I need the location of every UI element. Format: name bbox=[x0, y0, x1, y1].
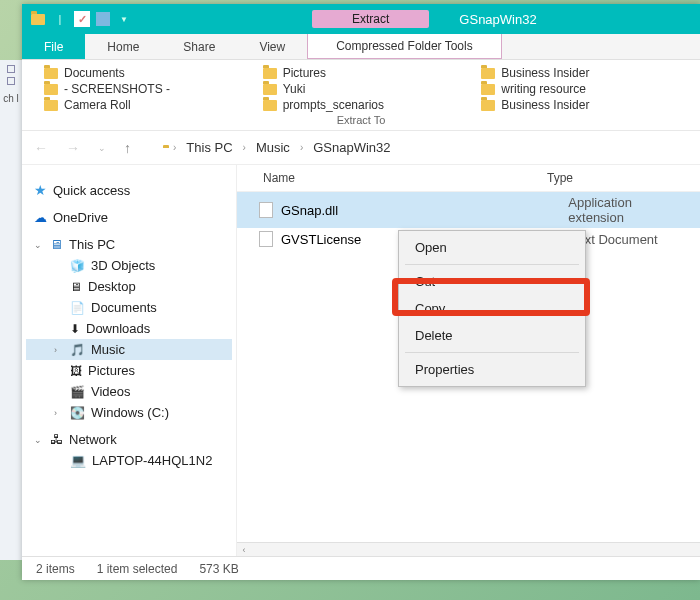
qat-separator: | bbox=[52, 11, 68, 27]
extract-target-folder[interactable]: Camera Roll bbox=[44, 98, 253, 112]
folder-icon bbox=[263, 84, 277, 95]
folder-icon bbox=[44, 68, 58, 79]
new-item-icon[interactable] bbox=[96, 12, 110, 26]
tree-onedrive[interactable]: ☁OneDrive bbox=[26, 207, 232, 228]
network-icon: 🖧 bbox=[50, 432, 63, 447]
folder-icon bbox=[30, 11, 46, 27]
forward-button[interactable]: → bbox=[62, 138, 84, 158]
recent-dropdown-icon[interactable]: ⌄ bbox=[94, 141, 110, 155]
tree-label: 3D Objects bbox=[91, 258, 155, 273]
tree-label: Videos bbox=[91, 384, 131, 399]
extract-target-folder[interactable]: Yuki bbox=[263, 82, 472, 96]
tree-network[interactable]: ⌄🖧Network bbox=[26, 429, 232, 450]
folder-label: Business Insider bbox=[501, 66, 589, 80]
tree-item[interactable]: 🖥Desktop bbox=[26, 276, 232, 297]
tree-label: Windows (C:) bbox=[91, 405, 169, 420]
window-title: GSnapWin32 bbox=[459, 12, 536, 27]
folder-icon bbox=[44, 100, 58, 111]
column-headers[interactable]: Name Type bbox=[237, 165, 700, 192]
explorer-window: | ✓ ▼ Extract GSnapWin32 File Home Share… bbox=[22, 4, 700, 580]
tab-home[interactable]: Home bbox=[85, 34, 161, 59]
file-row[interactable]: GSnap.dllApplication extension bbox=[237, 192, 700, 228]
tree-item-icon: 🎵 bbox=[70, 343, 85, 357]
breadcrumb-this-pc[interactable]: This PC bbox=[186, 140, 232, 155]
menu-item-properties[interactable]: Properties bbox=[399, 356, 585, 383]
tree-item[interactable]: ⬇Downloads bbox=[26, 318, 232, 339]
tree-label: Music bbox=[91, 342, 125, 357]
tree-item[interactable]: ›💽Windows (C:) bbox=[26, 402, 232, 423]
file-icon bbox=[259, 231, 273, 247]
folder-icon bbox=[263, 100, 277, 111]
tab-share[interactable]: Share bbox=[161, 34, 237, 59]
left-strip-text: ch l bbox=[0, 93, 22, 104]
checkmark-icon[interactable]: ✓ bbox=[74, 11, 90, 27]
tab-file[interactable]: File bbox=[22, 34, 85, 59]
tree-item[interactable]: 🎬Videos bbox=[26, 381, 232, 402]
computer-icon: 💻 bbox=[70, 453, 86, 468]
breadcrumb-sep: › bbox=[300, 142, 303, 153]
tree-label: Pictures bbox=[88, 363, 135, 378]
tree-item[interactable]: ›🎵Music bbox=[26, 339, 232, 360]
tree-label: Network bbox=[69, 432, 117, 447]
chevron-down-icon: ⌄ bbox=[34, 435, 44, 445]
contextual-tab-label: Extract bbox=[312, 10, 429, 28]
titlebar: | ✓ ▼ Extract GSnapWin32 bbox=[22, 4, 700, 34]
nav-tree: ★Quick access ☁OneDrive ⌄🖥This PC 🧊3D Ob… bbox=[22, 165, 237, 556]
folder-icon bbox=[481, 68, 495, 79]
tree-item[interactable]: 🖼Pictures bbox=[26, 360, 232, 381]
scroll-left-icon[interactable]: ‹ bbox=[237, 545, 251, 555]
folder-label: writing resource bbox=[501, 82, 586, 96]
col-name[interactable]: Name bbox=[247, 171, 547, 185]
folder-label: Documents bbox=[64, 66, 125, 80]
extract-target-folder[interactable]: - SCREENSHOTS - bbox=[44, 82, 253, 96]
extract-target-folder[interactable]: Business Insider bbox=[481, 98, 690, 112]
extract-target-folder[interactable]: Pictures bbox=[263, 66, 472, 80]
status-selection: 1 item selected bbox=[97, 562, 178, 576]
tree-label: Documents bbox=[91, 300, 157, 315]
breadcrumb-sep: › bbox=[243, 142, 246, 153]
breadcrumb-music[interactable]: Music bbox=[256, 140, 290, 155]
breadcrumb-sep: › bbox=[173, 142, 176, 153]
tree-label: Downloads bbox=[86, 321, 150, 336]
file-icon bbox=[259, 202, 273, 218]
tree-item-icon: 🧊 bbox=[70, 259, 85, 273]
tree-label: LAPTOP-44HQL1N2 bbox=[92, 453, 212, 468]
extract-target-folder[interactable]: Business Insider bbox=[481, 66, 690, 80]
back-button[interactable]: ← bbox=[30, 138, 52, 158]
tab-view[interactable]: View bbox=[237, 34, 307, 59]
chevron-right-icon: › bbox=[54, 345, 64, 355]
ribbon-tabs: File Home Share View Compressed Folder T… bbox=[22, 34, 700, 60]
folder-icon bbox=[481, 84, 495, 95]
breadcrumb-current[interactable]: GSnapWin32 bbox=[313, 140, 390, 155]
file-type: Application extension bbox=[568, 195, 690, 225]
extract-target-folder[interactable]: writing resource bbox=[481, 82, 690, 96]
status-item-count: 2 items bbox=[36, 562, 75, 576]
extract-to-band: DocumentsPicturesBusiness Insider- SCREE… bbox=[22, 60, 700, 131]
folder-label: Pictures bbox=[283, 66, 326, 80]
status-bar: 2 items 1 item selected 573 KB bbox=[22, 556, 700, 580]
tree-item-icon: 💽 bbox=[70, 406, 85, 420]
tree-label: Desktop bbox=[88, 279, 136, 294]
extract-target-folder[interactable]: Documents bbox=[44, 66, 253, 80]
status-size: 573 KB bbox=[199, 562, 238, 576]
folder-label: Business Insider bbox=[501, 98, 589, 112]
up-button[interactable]: ↑ bbox=[120, 138, 135, 158]
col-type[interactable]: Type bbox=[547, 171, 573, 185]
tree-this-pc[interactable]: ⌄🖥This PC bbox=[26, 234, 232, 255]
tab-compressed-folder-tools[interactable]: Compressed Folder Tools bbox=[307, 34, 502, 59]
tree-item[interactable]: 🧊3D Objects bbox=[26, 255, 232, 276]
menu-item-open[interactable]: Open bbox=[399, 234, 585, 261]
nav-bar: ← → ⌄ ↑ › This PC › Music › GSnapWin32 bbox=[22, 131, 700, 165]
menu-item-copy[interactable]: Copy bbox=[399, 295, 585, 322]
tree-item[interactable]: 📄Documents bbox=[26, 297, 232, 318]
menu-item-cut[interactable]: Cut bbox=[399, 268, 585, 295]
horizontal-scrollbar[interactable]: ‹ bbox=[237, 542, 700, 556]
extract-target-folder[interactable]: prompts_scenarios bbox=[263, 98, 472, 112]
tree-quick-access[interactable]: ★Quick access bbox=[26, 179, 232, 201]
cloud-icon: ☁ bbox=[34, 210, 47, 225]
menu-item-delete[interactable]: Delete bbox=[399, 322, 585, 349]
quick-access-toolbar: | ✓ ▼ bbox=[30, 11, 132, 27]
qat-dropdown-icon[interactable]: ▼ bbox=[116, 11, 132, 27]
tree-item[interactable]: 💻LAPTOP-44HQL1N2 bbox=[26, 450, 232, 471]
tree-item-icon: ⬇ bbox=[70, 322, 80, 336]
